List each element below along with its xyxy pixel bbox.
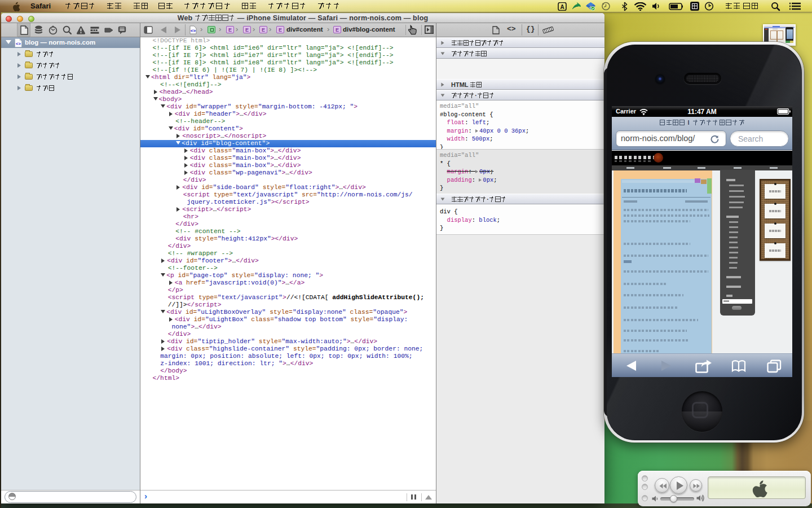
svg-text:A: A [560, 3, 564, 10]
svg-text:<>: <> [16, 41, 21, 46]
svg-text:<>: <> [191, 28, 196, 33]
